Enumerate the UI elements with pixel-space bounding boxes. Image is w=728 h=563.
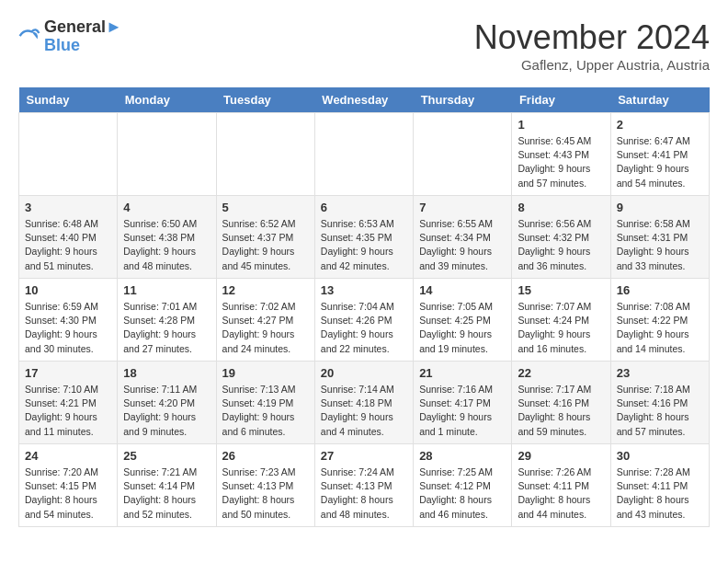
weekday-header: Sunday — [19, 87, 118, 113]
logo: General► Blue — [18, 18, 122, 55]
day-number: 1 — [518, 118, 604, 132]
day-number: 17 — [25, 366, 111, 380]
day-number: 9 — [617, 201, 703, 214]
day-info: Sunrise: 7:13 AM Sunset: 4:19 PM Dayligh… — [222, 383, 309, 439]
day-number: 23 — [617, 366, 703, 380]
day-number: 12 — [222, 283, 309, 297]
calendar-cell: 12Sunrise: 7:02 AM Sunset: 4:27 PM Dayli… — [216, 279, 314, 362]
day-number: 26 — [222, 449, 309, 463]
day-number: 25 — [123, 449, 210, 463]
day-info: Sunrise: 7:23 AM Sunset: 4:13 PM Dayligh… — [222, 465, 309, 522]
day-number: 6 — [321, 201, 407, 214]
day-info: Sunrise: 7:16 AM Sunset: 4:17 PM Dayligh… — [419, 383, 506, 439]
day-number: 7 — [419, 201, 506, 214]
logo-text: General► Blue — [44, 18, 122, 55]
calendar-cell: 9Sunrise: 6:58 AM Sunset: 4:31 PM Daylig… — [610, 196, 709, 279]
calendar-cell: 6Sunrise: 6:53 AM Sunset: 4:35 PM Daylig… — [314, 196, 413, 279]
day-info: Sunrise: 6:48 AM Sunset: 4:40 PM Dayligh… — [25, 217, 111, 273]
calendar-cell: 5Sunrise: 6:52 AM Sunset: 4:37 PM Daylig… — [216, 196, 314, 279]
day-info: Sunrise: 7:08 AM Sunset: 4:22 PM Dayligh… — [617, 300, 703, 356]
calendar-cell — [19, 113, 118, 196]
page-header: General► Blue November 2024 Gaflenz, Upp… — [18, 18, 710, 73]
calendar-cell: 30Sunrise: 7:28 AM Sunset: 4:11 PM Dayli… — [610, 444, 709, 527]
day-number: 8 — [518, 201, 604, 214]
day-number: 15 — [518, 283, 604, 297]
calendar-cell: 25Sunrise: 7:21 AM Sunset: 4:14 PM Dayli… — [118, 444, 216, 527]
calendar-cell: 10Sunrise: 6:59 AM Sunset: 4:30 PM Dayli… — [19, 279, 118, 362]
day-info: Sunrise: 6:56 AM Sunset: 4:32 PM Dayligh… — [518, 217, 604, 273]
day-info: Sunrise: 7:04 AM Sunset: 4:26 PM Dayligh… — [321, 300, 407, 356]
calendar-cell: 20Sunrise: 7:14 AM Sunset: 4:18 PM Dayli… — [314, 362, 413, 444]
day-number: 22 — [518, 366, 604, 380]
day-number: 21 — [419, 366, 506, 380]
day-number: 16 — [617, 283, 703, 297]
calendar-cell — [314, 113, 413, 196]
calendar-cell: 19Sunrise: 7:13 AM Sunset: 4:19 PM Dayli… — [216, 362, 314, 444]
weekday-header: Tuesday — [216, 87, 314, 113]
day-number: 2 — [617, 118, 703, 132]
day-info: Sunrise: 6:52 AM Sunset: 4:37 PM Dayligh… — [222, 217, 309, 273]
day-info: Sunrise: 6:50 AM Sunset: 4:38 PM Dayligh… — [123, 217, 210, 273]
calendar-cell — [118, 113, 216, 196]
day-info: Sunrise: 7:24 AM Sunset: 4:13 PM Dayligh… — [321, 465, 407, 522]
day-info: Sunrise: 6:45 AM Sunset: 4:43 PM Dayligh… — [518, 134, 604, 190]
day-info: Sunrise: 7:01 AM Sunset: 4:28 PM Dayligh… — [123, 300, 210, 356]
day-info: Sunrise: 7:20 AM Sunset: 4:15 PM Dayligh… — [25, 465, 111, 522]
calendar-cell — [414, 113, 512, 196]
calendar-cell: 2Sunrise: 6:47 AM Sunset: 4:41 PM Daylig… — [610, 113, 709, 196]
calendar-cell: 11Sunrise: 7:01 AM Sunset: 4:28 PM Dayli… — [118, 279, 216, 362]
weekday-header: Saturday — [610, 87, 709, 113]
day-number: 27 — [321, 449, 407, 463]
weekday-header-row: SundayMondayTuesdayWednesdayThursdayFrid… — [19, 87, 710, 113]
day-number: 10 — [25, 283, 111, 297]
day-number: 28 — [419, 449, 506, 463]
calendar-cell: 8Sunrise: 6:56 AM Sunset: 4:32 PM Daylig… — [512, 196, 610, 279]
day-number: 3 — [25, 201, 111, 214]
day-number: 29 — [518, 449, 604, 463]
day-info: Sunrise: 7:18 AM Sunset: 4:16 PM Dayligh… — [617, 383, 703, 439]
logo-icon — [18, 26, 40, 48]
weekday-header: Monday — [118, 87, 216, 113]
day-info: Sunrise: 7:26 AM Sunset: 4:11 PM Dayligh… — [518, 465, 604, 522]
calendar-week-row: 10Sunrise: 6:59 AM Sunset: 4:30 PM Dayli… — [19, 279, 710, 362]
day-number: 5 — [222, 201, 309, 214]
title-block: November 2024 Gaflenz, Upper Austria, Au… — [474, 18, 710, 73]
day-info: Sunrise: 7:07 AM Sunset: 4:24 PM Dayligh… — [518, 300, 604, 356]
calendar-cell: 1Sunrise: 6:45 AM Sunset: 4:43 PM Daylig… — [512, 113, 610, 196]
calendar-cell: 29Sunrise: 7:26 AM Sunset: 4:11 PM Dayli… — [512, 444, 610, 527]
day-info: Sunrise: 7:21 AM Sunset: 4:14 PM Dayligh… — [123, 465, 210, 522]
location: Gaflenz, Upper Austria, Austria — [474, 57, 710, 73]
day-info: Sunrise: 7:10 AM Sunset: 4:21 PM Dayligh… — [25, 383, 111, 439]
calendar-cell: 21Sunrise: 7:16 AM Sunset: 4:17 PM Dayli… — [414, 362, 512, 444]
day-info: Sunrise: 7:25 AM Sunset: 4:12 PM Dayligh… — [419, 465, 506, 522]
day-info: Sunrise: 6:53 AM Sunset: 4:35 PM Dayligh… — [321, 217, 407, 273]
day-info: Sunrise: 7:11 AM Sunset: 4:20 PM Dayligh… — [123, 383, 210, 439]
calendar-cell: 27Sunrise: 7:24 AM Sunset: 4:13 PM Dayli… — [314, 444, 413, 527]
day-info: Sunrise: 7:05 AM Sunset: 4:25 PM Dayligh… — [419, 300, 506, 356]
day-info: Sunrise: 7:17 AM Sunset: 4:16 PM Dayligh… — [518, 383, 604, 439]
day-info: Sunrise: 6:58 AM Sunset: 4:31 PM Dayligh… — [617, 217, 703, 273]
calendar-cell: 14Sunrise: 7:05 AM Sunset: 4:25 PM Dayli… — [414, 279, 512, 362]
calendar-cell: 28Sunrise: 7:25 AM Sunset: 4:12 PM Dayli… — [414, 444, 512, 527]
calendar-week-row: 1Sunrise: 6:45 AM Sunset: 4:43 PM Daylig… — [19, 113, 710, 196]
day-info: Sunrise: 7:14 AM Sunset: 4:18 PM Dayligh… — [321, 383, 407, 439]
day-number: 30 — [617, 449, 703, 463]
calendar-cell: 23Sunrise: 7:18 AM Sunset: 4:16 PM Dayli… — [610, 362, 709, 444]
calendar-cell: 15Sunrise: 7:07 AM Sunset: 4:24 PM Dayli… — [512, 279, 610, 362]
calendar-cell: 3Sunrise: 6:48 AM Sunset: 4:40 PM Daylig… — [19, 196, 118, 279]
day-number: 24 — [25, 449, 111, 463]
day-number: 14 — [419, 283, 506, 297]
calendar-week-row: 17Sunrise: 7:10 AM Sunset: 4:21 PM Dayli… — [19, 362, 710, 444]
calendar-cell: 16Sunrise: 7:08 AM Sunset: 4:22 PM Dayli… — [610, 279, 709, 362]
calendar-cell — [216, 113, 314, 196]
day-number: 4 — [123, 201, 210, 214]
calendar-cell: 7Sunrise: 6:55 AM Sunset: 4:34 PM Daylig… — [414, 196, 512, 279]
calendar-cell: 13Sunrise: 7:04 AM Sunset: 4:26 PM Dayli… — [314, 279, 413, 362]
calendar-week-row: 3Sunrise: 6:48 AM Sunset: 4:40 PM Daylig… — [19, 196, 710, 279]
weekday-header: Friday — [512, 87, 610, 113]
calendar-table: SundayMondayTuesdayWednesdayThursdayFrid… — [18, 87, 710, 527]
day-number: 13 — [321, 283, 407, 297]
weekday-header: Wednesday — [314, 87, 413, 113]
day-number: 18 — [123, 366, 210, 380]
day-info: Sunrise: 7:28 AM Sunset: 4:11 PM Dayligh… — [617, 465, 703, 522]
